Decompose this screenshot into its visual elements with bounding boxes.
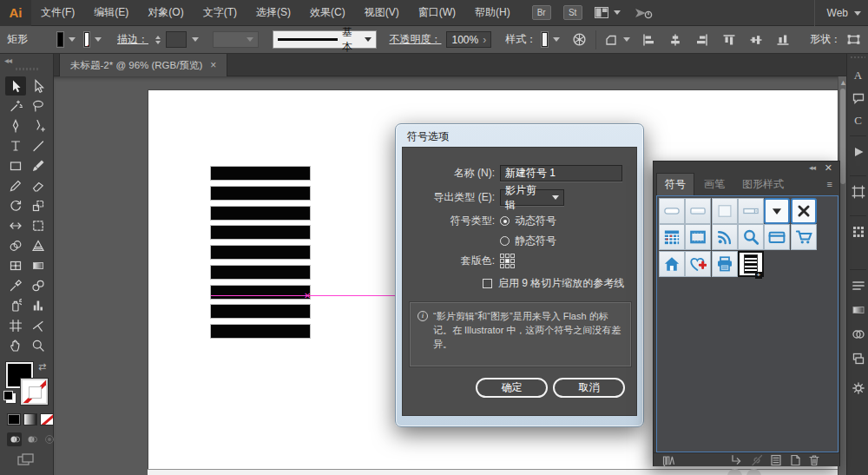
panel-grip[interactable] bbox=[16, 68, 38, 70]
hand-tool[interactable] bbox=[5, 336, 26, 355]
symbol-home[interactable] bbox=[659, 251, 685, 277]
dock-icon-character[interactable]: A bbox=[851, 68, 865, 82]
symbol-credit-card[interactable] bbox=[764, 224, 790, 250]
pencil-tool[interactable] bbox=[5, 176, 26, 195]
screen-mode-button[interactable] bbox=[17, 453, 35, 467]
direct-selection-tool[interactable] bbox=[28, 76, 49, 96]
gradient-tool[interactable] bbox=[28, 256, 49, 275]
tab-画笔[interactable]: 画笔 bbox=[696, 174, 733, 195]
menu-窗口[interactable]: 窗口(W) bbox=[409, 0, 465, 26]
rectangle-tool[interactable] bbox=[5, 156, 26, 175]
stroke-weight-label[interactable]: 描边： bbox=[117, 32, 148, 47]
stripe-bar[interactable] bbox=[211, 266, 310, 279]
dock-icon-artboards[interactable] bbox=[851, 184, 865, 199]
chevron-down-icon[interactable] bbox=[623, 37, 630, 42]
line-segment-tool[interactable] bbox=[28, 136, 49, 155]
column-graph-tool[interactable] bbox=[28, 296, 49, 315]
fill-color-swatch[interactable] bbox=[57, 32, 63, 47]
symbol-new-symbol-stripes[interactable] bbox=[738, 251, 764, 277]
stroke-swatch[interactable] bbox=[21, 379, 48, 405]
chevron-down-icon[interactable] bbox=[95, 37, 102, 42]
cancel-button[interactable]: 取消 bbox=[553, 378, 625, 398]
rotate-tool[interactable] bbox=[5, 196, 26, 215]
blend-tool[interactable] bbox=[28, 276, 49, 295]
nine-slice-checkbox[interactable] bbox=[483, 279, 492, 288]
menu-编辑[interactable]: 编辑(E) bbox=[84, 0, 138, 26]
style-swatch[interactable] bbox=[542, 32, 548, 47]
export-type-select[interactable]: 影片剪辑 bbox=[500, 189, 564, 206]
symbol-calendar[interactable] bbox=[659, 224, 685, 250]
workspace-switcher[interactable]: Web bbox=[814, 0, 861, 26]
stroke-weight-stepper[interactable] bbox=[155, 36, 161, 44]
draw-behind-button[interactable] bbox=[24, 432, 39, 446]
magic-wand-tool[interactable] bbox=[5, 96, 26, 115]
collapse-panel-icon[interactable]: ◂◂ bbox=[4, 56, 11, 65]
symbol-rss-feed[interactable] bbox=[712, 224, 738, 250]
symbol-sprayer-tool[interactable] bbox=[5, 296, 26, 315]
dock-grip[interactable] bbox=[851, 56, 865, 58]
dock-icon-stroke[interactable] bbox=[851, 278, 865, 293]
collapse-panel-icon[interactable]: ◂◂ bbox=[809, 163, 815, 172]
opacity-input[interactable]: 100% › bbox=[446, 31, 491, 48]
opacity-label[interactable]: 不透明度： bbox=[389, 32, 441, 47]
gradient-button[interactable] bbox=[23, 413, 37, 426]
chevron-down-icon[interactable] bbox=[192, 37, 199, 42]
eraser-tool[interactable] bbox=[28, 176, 49, 195]
close-panel-icon[interactable]: ✕ bbox=[825, 162, 832, 174]
delete-symbol-button[interactable] bbox=[805, 453, 824, 466]
align-bottom-button[interactable] bbox=[773, 30, 792, 49]
tab-符号[interactable]: 符号 bbox=[656, 173, 694, 195]
free-transform-tool[interactable] bbox=[28, 216, 49, 235]
dock-icon-actions[interactable] bbox=[851, 144, 865, 159]
shape-builder-tool[interactable] bbox=[5, 236, 26, 255]
shape-widget-icon[interactable] bbox=[846, 30, 861, 49]
panel-menu-icon[interactable]: ≡ bbox=[827, 179, 833, 189]
break-link-button[interactable] bbox=[747, 453, 766, 466]
new-symbol-button[interactable] bbox=[786, 453, 805, 466]
align-right-button[interactable] bbox=[693, 30, 712, 49]
align-v-center-button[interactable] bbox=[746, 30, 766, 49]
align-left-button[interactable] bbox=[639, 30, 658, 49]
dock-icon-layers[interactable] bbox=[851, 351, 865, 366]
dock-icon-gradient[interactable] bbox=[851, 302, 865, 317]
perspective-grid-tool[interactable] bbox=[28, 236, 49, 255]
symbol-options-button[interactable] bbox=[766, 453, 786, 466]
symbol-name-input[interactable]: 新建符号 1 bbox=[500, 165, 622, 181]
symbol-shopping-cart[interactable] bbox=[791, 224, 817, 250]
default-fill-stroke-icon[interactable] bbox=[3, 391, 13, 400]
symbol-close-button[interactable] bbox=[791, 198, 817, 224]
symbol-web-panel[interactable] bbox=[712, 198, 738, 224]
static-symbol-radio[interactable] bbox=[500, 236, 510, 246]
dock-icon-transparency[interactable] bbox=[851, 327, 865, 341]
transform-widget-button[interactable] bbox=[604, 30, 618, 49]
menu-对象[interactable]: 对象(O) bbox=[138, 0, 193, 26]
width-tool[interactable] bbox=[5, 216, 26, 235]
menu-帮助[interactable]: 帮助(H) bbox=[465, 0, 520, 26]
swap-fill-stroke-icon[interactable]: ⇄ bbox=[38, 361, 46, 373]
eyedropper-tool[interactable] bbox=[5, 276, 26, 295]
symbol-printer[interactable] bbox=[712, 251, 738, 277]
selection-tool[interactable] bbox=[5, 76, 26, 96]
menu-效果[interactable]: 效果(C) bbox=[300, 0, 355, 26]
scrollbar-thumb[interactable] bbox=[840, 89, 845, 184]
stripe-bar[interactable] bbox=[211, 246, 310, 259]
pen-tool[interactable] bbox=[5, 116, 26, 135]
align-h-center-button[interactable] bbox=[666, 30, 685, 49]
place-symbol-instance-button[interactable] bbox=[727, 453, 746, 466]
stripe-bar[interactable] bbox=[211, 226, 310, 239]
symbol-web-button-1[interactable] bbox=[659, 198, 685, 224]
dock-icon-settings[interactable] bbox=[851, 380, 865, 395]
ok-button[interactable]: 确定 bbox=[476, 378, 548, 398]
menu-文字[interactable]: 文字(T) bbox=[194, 0, 247, 26]
chevron-down-icon[interactable] bbox=[553, 37, 560, 42]
stroke-weight-value[interactable] bbox=[166, 31, 187, 48]
share-button[interactable] bbox=[635, 6, 654, 20]
dynamic-symbol-radio[interactable] bbox=[500, 216, 510, 226]
registration-point-selector[interactable] bbox=[500, 254, 515, 268]
slice-tool[interactable] bbox=[28, 316, 49, 335]
mesh-tool[interactable] bbox=[5, 256, 26, 275]
stripe-bar[interactable] bbox=[211, 187, 310, 200]
stripe-bar[interactable] bbox=[211, 325, 310, 338]
dock-icon-transform[interactable] bbox=[851, 224, 865, 239]
brush-definition-select[interactable]: 基本 bbox=[273, 30, 377, 49]
